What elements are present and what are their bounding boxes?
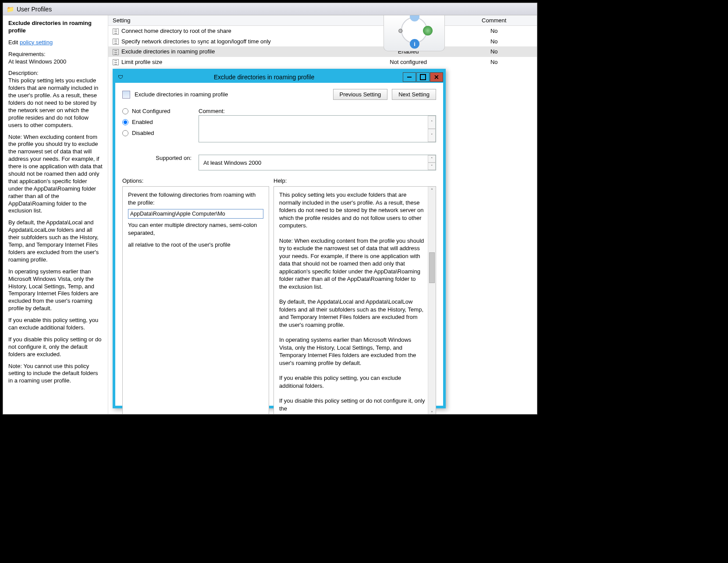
- table-row[interactable]: Specify network directories to sync at l…: [108, 36, 537, 47]
- description-label: Description:: [8, 70, 39, 76]
- globe-icon[interactable]: [423, 26, 433, 35]
- help-gadget[interactable]: ⚙ i: [384, 15, 445, 51]
- close-button[interactable]: ✕: [430, 72, 443, 82]
- exclude-directories-input[interactable]: [128, 209, 263, 219]
- details-sidebar: Exclude directories in roaming profile E…: [3, 15, 108, 414]
- selected-policy-title: Exclude directories in roaming profile: [8, 20, 103, 35]
- table-row[interactable]: Connect home directory to root of the sh…: [108, 26, 537, 36]
- policy-icon: [113, 59, 119, 65]
- requirements-value: At least Windows 2000: [8, 58, 66, 65]
- supported-on-label: Supported on:: [156, 155, 192, 161]
- spin-down-icon[interactable]: ˅: [428, 129, 436, 142]
- titlebar: 📁 User Profiles: [3, 3, 537, 15]
- radio-disabled[interactable]: Disabled: [122, 130, 188, 136]
- dialog-title: Exclude directories in roaming profile: [126, 74, 402, 81]
- next-setting-button[interactable]: Next Setting: [392, 89, 436, 100]
- previous-setting-button[interactable]: Previous Setting: [333, 89, 388, 100]
- table-row-selected[interactable]: Exclude directories in roaming profileEn…: [108, 46, 537, 57]
- scroll-down-icon[interactable]: ˅: [428, 409, 436, 414]
- policy-icon: [113, 49, 119, 55]
- maximize-button[interactable]: [416, 72, 430, 82]
- edit-policy-link[interactable]: policy setting: [20, 39, 53, 46]
- gear-icon[interactable]: ⚙: [396, 26, 405, 35]
- radio-not-configured[interactable]: Not Configured: [122, 108, 188, 114]
- policy-icon: [113, 39, 119, 45]
- spin-up-icon[interactable]: ˄: [428, 155, 436, 163]
- spin-up-icon[interactable]: ˄: [428, 116, 436, 129]
- scroll-thumb[interactable]: [429, 252, 435, 283]
- minimize-button[interactable]: [403, 72, 416, 82]
- folder-icon: 📁: [7, 6, 14, 13]
- help-label: Help:: [273, 177, 287, 184]
- screen-icon[interactable]: [410, 15, 419, 21]
- policy-name-icon: [122, 91, 130, 99]
- col-setting[interactable]: Setting: [108, 15, 366, 26]
- content-area: Setting State Comment Connect home direc…: [108, 15, 537, 414]
- edit-link-line: Edit policy setting: [8, 39, 103, 46]
- spin-down-icon[interactable]: ˅: [428, 163, 436, 170]
- gpo-editor-window: 📁 User Profiles Exclude directories in r…: [3, 3, 537, 414]
- state-radios: Not Configured Enabled Disabled: [122, 108, 188, 142]
- scroll-up-icon[interactable]: ˄: [428, 187, 436, 195]
- col-comment[interactable]: Comment: [451, 15, 537, 26]
- comment-label: Comment:: [199, 108, 436, 114]
- options-pane: Prevent the following directories from r…: [122, 186, 269, 414]
- help-pane: This policy setting lets you exclude fol…: [273, 186, 436, 414]
- radio-enabled[interactable]: Enabled: [122, 119, 188, 125]
- help-scrollbar[interactable]: ˄ ˅: [428, 187, 436, 414]
- table-row[interactable]: Limit profile sizeNot configuredNo: [108, 57, 537, 67]
- policy-grid: Setting State Comment Connect home direc…: [108, 15, 537, 67]
- dialog-icon: 🛡: [115, 74, 126, 80]
- comment-field[interactable]: ˄˅: [199, 115, 436, 142]
- policy-name: Exclude directories in roaming profile: [135, 91, 329, 98]
- policy-dialog: 🛡 Exclude directories in roaming profile…: [113, 69, 446, 408]
- dialog-titlebar[interactable]: 🛡 Exclude directories in roaming profile…: [115, 71, 443, 83]
- window-title: User Profiles: [17, 6, 52, 13]
- supported-on-field: At least Windows 2000 ˄˅: [199, 155, 436, 170]
- requirements-label: Requirements:: [8, 51, 46, 57]
- policy-icon: [113, 28, 119, 35]
- options-label: Options:: [122, 177, 273, 184]
- info-icon[interactable]: i: [410, 39, 419, 49]
